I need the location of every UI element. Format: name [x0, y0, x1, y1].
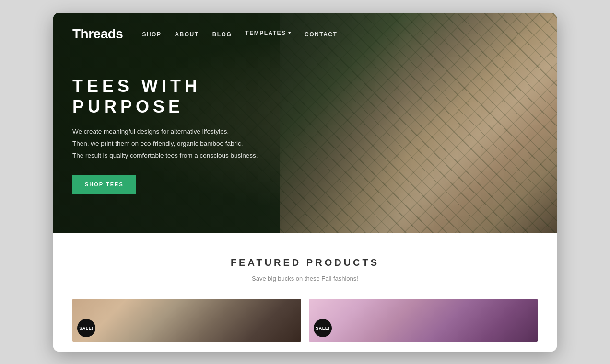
nav-item-blog[interactable]: BLOG: [212, 30, 232, 38]
nav-item-about[interactable]: ABOUT: [175, 30, 199, 38]
main-nav: Threads SHOP ABOUT BLOG TEMPLATES CONTAC…: [53, 13, 557, 55]
hero-description: We create meaningful designs for alterna…: [72, 126, 274, 161]
sale-badge-2: SALE!: [314, 319, 332, 337]
sale-badge-1: SALE!: [77, 319, 95, 337]
featured-section: FEATURED PRODUCTS Save big bucks on thes…: [53, 233, 557, 352]
shop-tees-button[interactable]: SHOP TEES: [72, 175, 136, 194]
product-card-1[interactable]: SALE!: [72, 299, 301, 342]
nav-link-shop[interactable]: SHOP: [142, 31, 161, 38]
hero-desc-line2: Then, we print them on eco-friendly, org…: [72, 138, 274, 149]
hero-content: TEES WITH PURPOSE We create meaningful d…: [72, 76, 274, 194]
nav-link-templates[interactable]: TEMPLATES: [245, 30, 291, 36]
browser-window: Threads SHOP ABOUT BLOG TEMPLATES CONTAC…: [53, 13, 557, 352]
nav-link-about[interactable]: ABOUT: [175, 31, 199, 38]
hero-title: TEES WITH PURPOSE: [72, 76, 274, 117]
nav-item-shop[interactable]: SHOP: [142, 30, 161, 38]
nav-link-blog[interactable]: BLOG: [212, 31, 232, 38]
nav-links: SHOP ABOUT BLOG TEMPLATES CONTACT: [142, 30, 337, 38]
nav-link-contact[interactable]: CONTACT: [305, 31, 337, 38]
hero-desc-line1: We create meaningful designs for alterna…: [72, 126, 274, 137]
site-logo[interactable]: Threads: [72, 26, 123, 42]
products-grid: SALE! SALE!: [72, 299, 538, 342]
featured-subtitle: Save big bucks on these Fall fashions!: [72, 275, 538, 282]
featured-title: FEATURED PRODUCTS: [72, 257, 538, 268]
hero-desc-line3: The result is quality comfortable tees f…: [72, 150, 274, 161]
hero-section: Threads SHOP ABOUT BLOG TEMPLATES CONTAC…: [53, 13, 557, 233]
nav-item-templates[interactable]: TEMPLATES: [245, 30, 291, 38]
nav-item-contact[interactable]: CONTACT: [305, 30, 337, 38]
product-card-2[interactable]: SALE!: [309, 299, 538, 342]
